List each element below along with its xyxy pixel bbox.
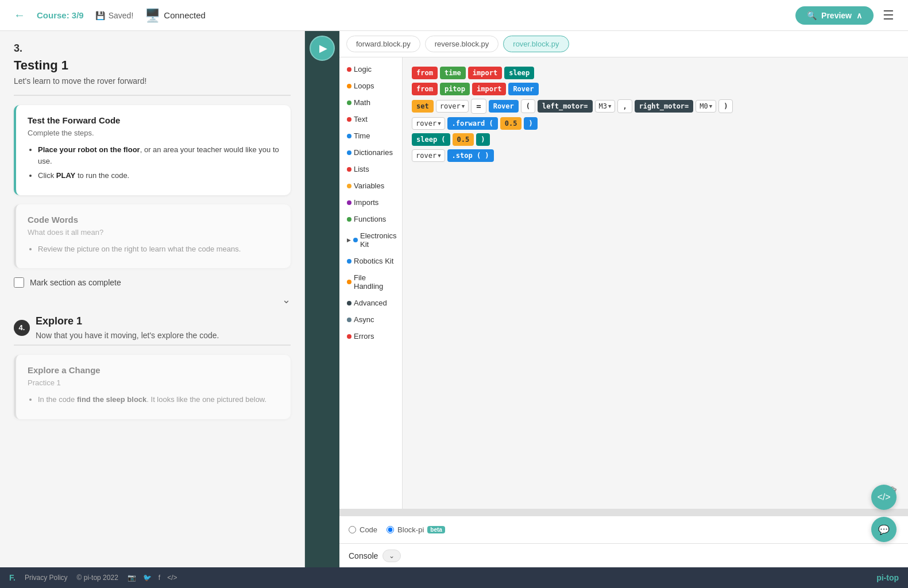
code-icon[interactable]: </> <box>167 574 177 582</box>
from-block[interactable]: from <box>412 67 438 79</box>
blocks-canvas: from time import sleep from pitop import… <box>403 57 908 509</box>
chevron-up-icon: ∧ <box>856 11 862 20</box>
block-row-3: set rover ▼ = Rover ( left_motor= M3 ▼ ,… <box>412 99 899 114</box>
tab-forward[interactable]: forward.block.py <box>346 36 420 52</box>
connected-icon: 🖥️ <box>145 8 160 23</box>
rover-class-block[interactable]: Rover <box>508 83 538 95</box>
cat-imports[interactable]: Imports <box>339 194 402 211</box>
step-3-desc: Let's learn to move the rover forward! <box>14 76 291 86</box>
tab-rover[interactable]: rover.block.py <box>503 36 569 52</box>
cat-functions[interactable]: Functions <box>339 211 402 227</box>
mark-complete-section: Mark section as complete <box>14 277 291 288</box>
preview-button[interactable]: 🔍 Preview ∧ <box>795 6 874 25</box>
cat-dot <box>347 318 351 322</box>
cat-dot <box>347 100 351 105</box>
blockpi-radio[interactable] <box>387 526 394 533</box>
cat-errors[interactable]: Errors <box>339 328 402 345</box>
rover-constructor-block[interactable]: Rover <box>489 100 519 113</box>
card2-subtitle: What does it all mean? <box>28 228 279 237</box>
twitter-icon[interactable]: 🐦 <box>143 574 152 582</box>
collapse-arrow[interactable]: ⌄ <box>282 293 291 306</box>
list-item: Place your robot on the floor, or an are… <box>38 144 279 167</box>
cat-text[interactable]: Text <box>339 111 402 127</box>
cat-electronics[interactable]: Electronics Kit <box>339 227 402 253</box>
code-radio[interactable] <box>349 526 356 533</box>
step-4-title: Explore 1 <box>36 315 219 327</box>
explore-card-subtitle: Practice 1 <box>28 378 279 387</box>
cat-time[interactable]: Time <box>339 127 402 144</box>
instagram-icon[interactable]: 📷 <box>127 574 136 582</box>
equals-block: = <box>471 99 486 114</box>
block-row-4: rover ▼ .forward ( 0.5 ) <box>412 117 899 130</box>
cat-dot <box>353 238 358 242</box>
cat-dictionaries[interactable]: Dictionaries <box>339 144 402 161</box>
card2-title: Code Words <box>28 215 279 225</box>
play-button[interactable]: ▶ <box>310 36 335 61</box>
cat-advanced[interactable]: Advanced <box>339 295 402 311</box>
cat-dot <box>347 84 351 88</box>
list-item: In the code find the sleep block. It loo… <box>38 394 279 405</box>
footer-social: 📷 🐦 f </> <box>127 574 177 582</box>
cat-async[interactable]: Async <box>339 311 402 328</box>
scroll-bar[interactable] <box>339 509 908 516</box>
cat-dot <box>347 134 351 138</box>
cat-dot <box>347 150 351 155</box>
rover-var-dropdown[interactable]: rover ▼ <box>436 100 469 113</box>
cat-math[interactable]: Math <box>339 94 402 111</box>
set-block[interactable]: set <box>412 100 434 113</box>
ide-panel: ▶ forward.block.py reverse.block.py rove… <box>304 31 908 567</box>
cat-robotics[interactable]: Robotics Kit <box>339 253 402 269</box>
console-toggle[interactable]: ⌄ <box>382 550 401 562</box>
blockpi-option[interactable]: Block-pi beta <box>387 525 445 534</box>
test-forward-card: Test the Forward Code Complete the steps… <box>14 105 291 195</box>
list-item: Click PLAY to run the code. <box>38 170 279 181</box>
code-option[interactable]: Code <box>349 525 377 534</box>
radio-group: Code Block-pi beta <box>349 525 445 534</box>
code-float-button[interactable]: </> <box>871 485 897 510</box>
rover-stop-dropdown[interactable]: rover ▼ <box>412 149 445 162</box>
pitop-block[interactable]: pitop <box>440 83 470 95</box>
stop-method-block[interactable]: .stop ( ) <box>447 149 494 162</box>
back-button[interactable]: ← <box>14 9 25 22</box>
tab-reverse[interactable]: reverse.block.py <box>425 36 499 52</box>
cat-dot <box>347 280 351 284</box>
chat-float-button[interactable]: 💬 <box>871 517 897 542</box>
cat-dot <box>347 301 351 305</box>
menu-button[interactable]: ☰ <box>883 8 894 23</box>
right-motor-block: right_motor= <box>635 100 694 113</box>
footer-privacy[interactable]: Privacy Policy <box>25 574 68 582</box>
step-4-badge: 4. <box>14 320 30 336</box>
cat-dot <box>347 167 351 172</box>
forward-close-block: ) <box>524 117 537 130</box>
facebook-icon[interactable]: f <box>159 574 160 582</box>
time-block[interactable]: time <box>440 67 466 79</box>
play-panel: ▶ <box>305 31 339 567</box>
sleep-call-block[interactable]: sleep ( <box>412 133 450 146</box>
left-panel: 3. Testing 1 Let's learn to move the rov… <box>0 31 304 567</box>
close-paren: ) <box>718 99 733 113</box>
cat-lists[interactable]: Lists <box>339 161 402 177</box>
cat-variables[interactable]: Variables <box>339 177 402 194</box>
block-row-1: from time import sleep <box>412 67 899 79</box>
mark-complete-checkbox[interactable] <box>14 277 24 288</box>
cat-dot <box>347 259 351 264</box>
m3-dropdown[interactable]: M3 ▼ <box>595 100 616 113</box>
sleep-close-block: ) <box>476 133 489 146</box>
forward-val-block[interactable]: 0.5 <box>500 117 522 130</box>
sleep-val-block[interactable]: 0.5 <box>453 133 474 146</box>
forward-method-block[interactable]: .forward ( <box>447 117 498 130</box>
m0-dropdown[interactable]: M0 ▼ <box>696 100 716 113</box>
explore-card: Explore a Change Practice 1 In the code … <box>14 355 291 419</box>
import2-block[interactable]: import <box>472 83 506 95</box>
sleep-block[interactable]: sleep <box>504 67 534 79</box>
cat-logic[interactable]: Logic <box>339 61 402 78</box>
import-block[interactable]: import <box>468 67 502 79</box>
code-float-icon: </> <box>877 492 890 502</box>
card2-bullets: Review the picture on the right to learn… <box>28 243 279 255</box>
cat-dot <box>347 67 351 72</box>
block-editor: Logic Loops Math Text <box>339 57 908 509</box>
cat-file-handling[interactable]: File Handling <box>339 269 402 295</box>
from2-block[interactable]: from <box>412 83 438 95</box>
rover-forward-dropdown[interactable]: rover ▼ <box>412 117 445 130</box>
cat-loops[interactable]: Loops <box>339 78 402 94</box>
